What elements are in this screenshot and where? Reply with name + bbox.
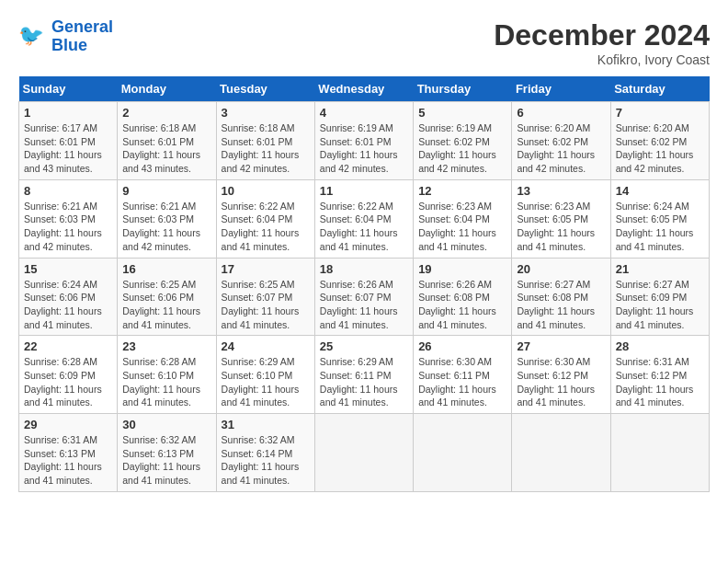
day-number: 16 — [122, 262, 210, 276]
day-cell: 3Sunrise: 6:18 AM Sunset: 6:01 PM Daylig… — [216, 102, 314, 180]
day-detail: Sunrise: 6:29 AM Sunset: 6:10 PM Dayligh… — [222, 355, 310, 409]
day-detail: Sunrise: 6:20 AM Sunset: 6:02 PM Dayligh… — [616, 121, 704, 176]
week-row-4: 22Sunrise: 6:28 AM Sunset: 6:09 PM Dayli… — [19, 336, 710, 414]
day-number: 21 — [616, 262, 704, 276]
weekday-header-thursday: Thursday — [414, 76, 512, 102]
day-cell: 8Sunrise: 6:21 AM Sunset: 6:03 PM Daylig… — [19, 179, 118, 258]
day-detail: Sunrise: 6:20 AM Sunset: 6:02 PM Dayligh… — [517, 121, 605, 176]
day-detail: Sunrise: 6:17 AM Sunset: 6:01 PM Dayligh… — [24, 121, 112, 176]
day-cell: 16Sunrise: 6:25 AM Sunset: 6:06 PM Dayli… — [118, 258, 216, 336]
day-detail: Sunrise: 6:29 AM Sunset: 6:11 PM Dayligh… — [320, 355, 408, 409]
logo: 🐦 General Blue — [18, 18, 113, 55]
day-detail: Sunrise: 6:25 AM Sunset: 6:06 PM Dayligh… — [122, 278, 210, 332]
day-detail: Sunrise: 6:28 AM Sunset: 6:10 PM Dayligh… — [122, 355, 210, 409]
day-cell: 6Sunrise: 6:20 AM Sunset: 6:02 PM Daylig… — [512, 102, 610, 180]
day-number: 30 — [122, 418, 210, 431]
logo-icon: 🐦 — [18, 22, 48, 52]
day-number: 20 — [517, 262, 605, 276]
calendar-body: 1Sunrise: 6:17 AM Sunset: 6:01 PM Daylig… — [19, 102, 710, 492]
day-detail: Sunrise: 6:19 AM Sunset: 6:01 PM Dayligh… — [320, 121, 408, 176]
weekday-header-row: SundayMondayTuesdayWednesdayThursdayFrid… — [19, 76, 710, 102]
day-cell: 2Sunrise: 6:18 AM Sunset: 6:01 PM Daylig… — [118, 102, 216, 180]
day-detail: Sunrise: 6:26 AM Sunset: 6:07 PM Dayligh… — [320, 278, 408, 332]
day-cell: 9Sunrise: 6:21 AM Sunset: 6:03 PM Daylig… — [118, 179, 216, 258]
day-number: 18 — [320, 262, 408, 276]
calendar-table: SundayMondayTuesdayWednesdayThursdayFrid… — [18, 76, 710, 492]
day-detail: Sunrise: 6:18 AM Sunset: 6:01 PM Dayligh… — [122, 121, 210, 176]
day-number: 24 — [222, 339, 310, 353]
day-number: 27 — [517, 339, 605, 353]
day-cell: 27Sunrise: 6:30 AM Sunset: 6:12 PM Dayli… — [512, 336, 610, 414]
calendar-header: 🐦 General Blue December 2024 Kofikro, Iv… — [18, 18, 710, 67]
day-cell: 21Sunrise: 6:27 AM Sunset: 6:09 PM Dayli… — [610, 258, 709, 336]
day-cell — [610, 414, 709, 492]
day-cell: 17Sunrise: 6:25 AM Sunset: 6:07 PM Dayli… — [216, 258, 314, 336]
svg-text:🐦: 🐦 — [18, 23, 44, 48]
day-detail: Sunrise: 6:27 AM Sunset: 6:09 PM Dayligh… — [616, 278, 704, 332]
day-number: 19 — [418, 262, 506, 276]
day-detail: Sunrise: 6:31 AM Sunset: 6:12 PM Dayligh… — [616, 355, 704, 409]
week-row-5: 29Sunrise: 6:31 AM Sunset: 6:13 PM Dayli… — [19, 414, 710, 492]
day-cell: 20Sunrise: 6:27 AM Sunset: 6:08 PM Dayli… — [512, 258, 610, 336]
day-cell — [314, 414, 413, 492]
day-detail: Sunrise: 6:18 AM Sunset: 6:01 PM Dayligh… — [222, 121, 310, 176]
day-number: 10 — [222, 184, 310, 198]
weekday-header-wednesday: Wednesday — [314, 76, 413, 102]
day-cell: 25Sunrise: 6:29 AM Sunset: 6:11 PM Dayli… — [314, 336, 413, 414]
day-cell: 14Sunrise: 6:24 AM Sunset: 6:05 PM Dayli… — [610, 179, 709, 258]
day-cell: 12Sunrise: 6:23 AM Sunset: 6:04 PM Dayli… — [414, 179, 512, 258]
day-cell: 19Sunrise: 6:26 AM Sunset: 6:08 PM Dayli… — [414, 258, 512, 336]
day-number: 28 — [616, 339, 704, 353]
day-cell: 1Sunrise: 6:17 AM Sunset: 6:01 PM Daylig… — [19, 102, 118, 180]
day-cell: 26Sunrise: 6:30 AM Sunset: 6:11 PM Dayli… — [414, 336, 512, 414]
day-detail: Sunrise: 6:22 AM Sunset: 6:04 PM Dayligh… — [320, 200, 408, 254]
location-subtitle: Kofikro, Ivory Coast — [494, 52, 710, 67]
day-cell: 4Sunrise: 6:19 AM Sunset: 6:01 PM Daylig… — [314, 102, 413, 180]
day-detail: Sunrise: 6:23 AM Sunset: 6:05 PM Dayligh… — [517, 200, 605, 254]
day-number: 7 — [616, 106, 704, 120]
day-number: 11 — [320, 184, 408, 198]
week-row-1: 1Sunrise: 6:17 AM Sunset: 6:01 PM Daylig… — [19, 102, 710, 180]
day-number: 2 — [122, 106, 210, 120]
logo-text: General Blue — [51, 18, 113, 55]
weekday-header-tuesday: Tuesday — [216, 76, 314, 102]
day-detail: Sunrise: 6:23 AM Sunset: 6:04 PM Dayligh… — [418, 200, 506, 254]
day-number: 26 — [418, 339, 506, 353]
weekday-header-saturday: Saturday — [610, 76, 709, 102]
day-number: 6 — [517, 106, 605, 120]
day-number: 9 — [122, 184, 210, 198]
day-detail: Sunrise: 6:26 AM Sunset: 6:08 PM Dayligh… — [418, 278, 506, 332]
day-detail: Sunrise: 6:27 AM Sunset: 6:08 PM Dayligh… — [517, 278, 605, 332]
day-detail: Sunrise: 6:31 AM Sunset: 6:13 PM Dayligh… — [24, 433, 112, 488]
day-cell: 23Sunrise: 6:28 AM Sunset: 6:10 PM Dayli… — [118, 336, 216, 414]
day-number: 29 — [24, 418, 112, 431]
day-detail: Sunrise: 6:28 AM Sunset: 6:09 PM Dayligh… — [24, 355, 112, 409]
day-detail: Sunrise: 6:30 AM Sunset: 6:12 PM Dayligh… — [517, 355, 605, 409]
day-cell: 15Sunrise: 6:24 AM Sunset: 6:06 PM Dayli… — [19, 258, 118, 336]
day-number: 1 — [24, 106, 112, 120]
day-number: 8 — [24, 184, 112, 198]
day-detail: Sunrise: 6:30 AM Sunset: 6:11 PM Dayligh… — [418, 355, 506, 409]
day-cell: 13Sunrise: 6:23 AM Sunset: 6:05 PM Dayli… — [512, 179, 610, 258]
day-number: 12 — [418, 184, 506, 198]
day-number: 15 — [24, 262, 112, 276]
day-cell: 11Sunrise: 6:22 AM Sunset: 6:04 PM Dayli… — [314, 179, 413, 258]
day-number: 25 — [320, 339, 408, 353]
day-cell: 29Sunrise: 6:31 AM Sunset: 6:13 PM Dayli… — [19, 414, 118, 492]
day-detail: Sunrise: 6:21 AM Sunset: 6:03 PM Dayligh… — [24, 200, 112, 254]
day-cell — [414, 414, 512, 492]
day-detail: Sunrise: 6:22 AM Sunset: 6:04 PM Dayligh… — [222, 200, 310, 254]
week-row-2: 8Sunrise: 6:21 AM Sunset: 6:03 PM Daylig… — [19, 179, 710, 258]
day-detail: Sunrise: 6:25 AM Sunset: 6:07 PM Dayligh… — [222, 278, 310, 332]
day-detail: Sunrise: 6:24 AM Sunset: 6:06 PM Dayligh… — [24, 278, 112, 332]
day-number: 14 — [616, 184, 704, 198]
day-detail: Sunrise: 6:32 AM Sunset: 6:13 PM Dayligh… — [122, 433, 210, 488]
day-detail: Sunrise: 6:24 AM Sunset: 6:05 PM Dayligh… — [616, 200, 704, 254]
weekday-header-sunday: Sunday — [19, 76, 118, 102]
day-number: 31 — [222, 418, 310, 431]
day-number: 17 — [222, 262, 310, 276]
weekday-header-monday: Monday — [118, 76, 216, 102]
day-number: 3 — [222, 106, 310, 120]
day-detail: Sunrise: 6:19 AM Sunset: 6:02 PM Dayligh… — [418, 121, 506, 176]
day-cell: 31Sunrise: 6:32 AM Sunset: 6:14 PM Dayli… — [216, 414, 314, 492]
